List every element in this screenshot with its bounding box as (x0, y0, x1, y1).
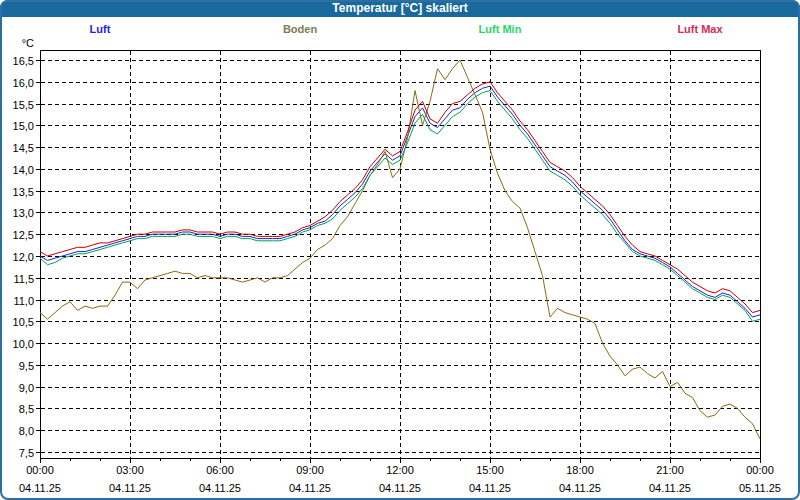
y-tick-label: 8,0 (19, 425, 34, 437)
y-tick-label: 13,5 (13, 186, 34, 198)
x-tick-date-label: 04.11.25 (109, 482, 151, 494)
y-tick-label: 11,0 (13, 295, 34, 307)
y-tick-label: 12,5 (13, 229, 34, 241)
temperature-line-chart: 16,516,015,515,014,514,013,513,012,512,0… (0, 0, 800, 500)
x-tick-time-label: 18:00 (566, 464, 594, 476)
x-tick-time-label: 12:00 (386, 464, 414, 476)
x-tick-date-label: 04.11.25 (469, 482, 511, 494)
x-tick-time-label: 00:00 (746, 464, 774, 476)
legend-item-luft-max: Luft Max (600, 23, 800, 35)
x-tick-date-label: 04.11.25 (289, 482, 331, 494)
y-tick-label: 13,0 (13, 207, 34, 219)
y-tick-label: 9,5 (19, 360, 34, 372)
y-tick-label: 14,5 (13, 142, 34, 154)
x-tick-date-label: 05.11.25 (739, 482, 781, 494)
y-tick-label: 15,5 (13, 99, 34, 111)
y-tick-label: 10,5 (13, 316, 34, 328)
y-tick-label: 11,5 (13, 273, 34, 285)
legend-item-luft: Luft (0, 23, 200, 35)
x-tick-date-label: 04.11.25 (379, 482, 421, 494)
y-tick-label: 14,0 (13, 164, 34, 176)
x-tick-date-label: 04.11.25 (19, 482, 61, 494)
y-tick-label: 9,0 (19, 382, 34, 394)
y-tick-label: 8,5 (19, 403, 34, 415)
y-tick-label: 16,0 (13, 77, 34, 89)
x-tick-date-label: 04.11.25 (559, 482, 601, 494)
x-tick-time-label: 00:00 (26, 464, 54, 476)
x-tick-date-label: 04.11.25 (649, 482, 691, 494)
x-tick-date-label: 04.11.25 (199, 482, 241, 494)
x-tick-time-label: 03:00 (116, 464, 144, 476)
x-tick-time-label: 06:00 (206, 464, 234, 476)
chart-legend: Luft Boden Luft Min Luft Max (0, 17, 800, 41)
y-tick-label: 16,5 (13, 55, 34, 67)
y-tick-label: 15,0 (13, 120, 34, 132)
legend-item-luft-min: Luft Min (400, 23, 600, 35)
x-tick-time-label: 09:00 (296, 464, 324, 476)
window-title: Temperatur [°C] skaliert (0, 0, 800, 17)
y-tick-label: 12,0 (13, 251, 34, 263)
y-tick-label: 7,5 (19, 447, 34, 459)
legend-item-boden: Boden (200, 23, 400, 35)
chart-plot-area: 16,516,015,515,014,514,013,513,012,512,0… (0, 0, 800, 500)
x-tick-time-label: 15:00 (476, 464, 504, 476)
window-titlebar: Temperatur [°C] skaliert (0, 0, 800, 17)
x-tick-time-label: 21:00 (656, 464, 684, 476)
app-window: Temperatur [°C] skaliert Luft Boden Luft… (0, 0, 800, 500)
y-tick-label: 10,0 (13, 338, 34, 350)
